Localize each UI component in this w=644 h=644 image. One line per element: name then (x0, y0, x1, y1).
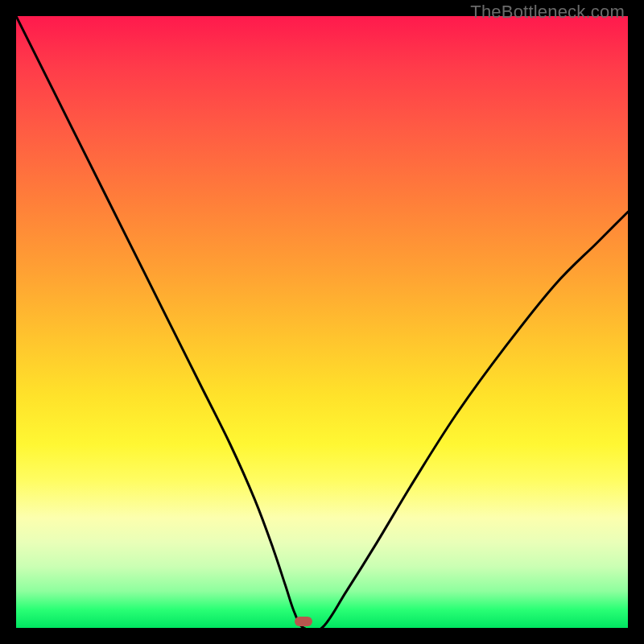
watermark-text: TheBottleneck.com (470, 2, 625, 23)
chart-svg (16, 16, 628, 628)
optimal-point-marker (295, 617, 312, 626)
chart-frame (16, 16, 628, 628)
bottleneck-curve-path (16, 16, 628, 628)
